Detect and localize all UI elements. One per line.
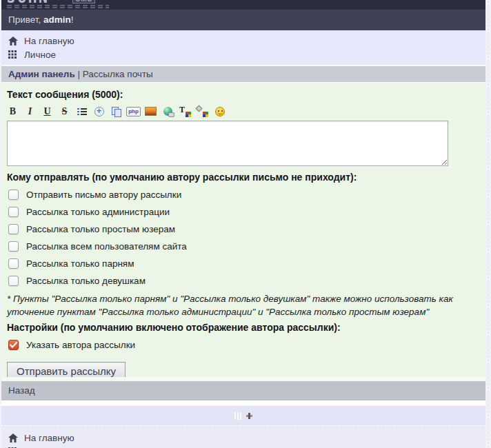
recipients-label: Кому отправлять (по умолчанию автору рас…: [7, 172, 480, 183]
checkbox-row-males-only[interactable]: Рассылка только парням: [8, 258, 479, 269]
nav-item-label: Личное: [24, 50, 56, 60]
checkbox-row-females-only[interactable]: Рассылка только девушкам: [8, 275, 479, 286]
footer-item-partial[interactable]: [1, 445, 485, 448]
logo-bar[interactable]: JOHN CMS: [1, 0, 485, 10]
settings-label: Настройки (по умолчанию включено отображ…: [7, 322, 480, 333]
divider-strip: [1, 400, 485, 406]
smiley-button[interactable]: [214, 105, 226, 117]
insert-image-button[interactable]: [145, 105, 157, 117]
color-palette-icon: [203, 112, 208, 117]
message-label: Текст сообщения (5000):: [7, 89, 480, 100]
drag-bars-icon: [234, 412, 241, 420]
checkbox-row-regular-users-only[interactable]: Рассылка только простым юзерам: [8, 223, 479, 234]
spoiler-button[interactable]: +: [93, 105, 105, 117]
php-icon: php: [126, 107, 141, 116]
globe-link-icon: [163, 107, 172, 116]
checkbox-row-show-author[interactable]: Указать автора рассылки: [8, 339, 479, 350]
checkbox-unchecked[interactable]: [8, 224, 19, 234]
checkbox-unchecked[interactable]: [8, 241, 19, 252]
nav-item-personal[interactable]: Личное: [1, 48, 485, 61]
checkbox-row-send-to-author[interactable]: Отправить письмо автору рассылки: [8, 189, 479, 200]
home-icon: [8, 434, 18, 442]
greeting-suffix: !: [71, 14, 74, 25]
color-palette-icon: [186, 112, 191, 117]
list-button[interactable]: [76, 105, 88, 117]
message-textarea[interactable]: [7, 121, 448, 166]
breadcrumb-separator: |: [75, 69, 83, 79]
checkbox-unchecked[interactable]: [8, 207, 19, 217]
copy-button[interactable]: [110, 105, 122, 117]
logo-suffix-badge: CMS: [72, 0, 95, 3]
checkbox-row-admins-only[interactable]: Рассылка только администрации: [8, 206, 479, 217]
strikethrough-button[interactable]: S: [59, 105, 70, 117]
nav-item-label: На главную: [24, 36, 74, 46]
breadcrumb-link-admin-panel[interactable]: Админ панель: [8, 69, 75, 79]
checkbox-unchecked[interactable]: [8, 190, 19, 200]
footer-item-label: На главную: [24, 433, 74, 443]
editor-toolbar: B I U S + php T: [7, 105, 480, 118]
checkbox-row-all-users[interactable]: Рассылка всем пользователям сайта: [8, 241, 479, 252]
footer-item-home[interactable]: На главную: [1, 431, 485, 445]
bold-button[interactable]: B: [7, 105, 19, 117]
insert-link-button[interactable]: [162, 105, 174, 117]
nav-item-home[interactable]: На главную: [1, 34, 485, 48]
greeting-prefix: Привет,: [8, 14, 43, 25]
top-nav: На главную Личное: [1, 30, 485, 65]
checkbox-unchecked[interactable]: [8, 258, 19, 269]
home-icon: [8, 37, 18, 45]
mailing-form: Текст сообщения (5000): B I U S + php T …: [1, 83, 485, 377]
copy-icon: [112, 107, 121, 116]
list-icon: [77, 108, 87, 116]
page: JOHN CMS Привет, admin! На главную: [1, 0, 485, 448]
back-link[interactable]: Назад: [1, 381, 485, 400]
checkbox-unchecked[interactable]: [8, 276, 19, 286]
plus-circle-icon: +: [94, 107, 104, 116]
grid-icon: [8, 50, 18, 59]
breadcrumb-current: Рассылка почты: [83, 69, 153, 79]
fill-color-button[interactable]: [197, 105, 208, 117]
send-mailing-button[interactable]: Отправить рассылку: [7, 362, 126, 377]
logo-dashes-icon: [7, 7, 109, 8]
php-code-button[interactable]: php: [128, 105, 139, 117]
collapsed-panel-toggle[interactable]: [1, 406, 485, 425]
italic-button[interactable]: I: [24, 105, 36, 117]
checkmark-icon: [10, 342, 17, 348]
smiley-icon: [215, 107, 225, 116]
breadcrumb: Админ панель | Рассылка почты: [1, 65, 485, 83]
checkbox-checked[interactable]: [8, 340, 19, 350]
username: admin: [43, 14, 71, 25]
text-color-icon: T: [179, 105, 185, 115]
image-icon: [145, 107, 157, 116]
text-color-button[interactable]: T: [179, 105, 191, 117]
footer-nav: На главную: [1, 425, 485, 448]
expand-plus-icon: [246, 413, 252, 419]
greeting-bar: Привет, admin!: [1, 10, 485, 30]
logo-dashes-icon: [7, 5, 109, 6]
footnote: * Пункты "Рассылка только парням" и "Рас…: [7, 292, 473, 318]
underline-button[interactable]: U: [41, 105, 53, 117]
fill-color-icon: [196, 105, 203, 112]
